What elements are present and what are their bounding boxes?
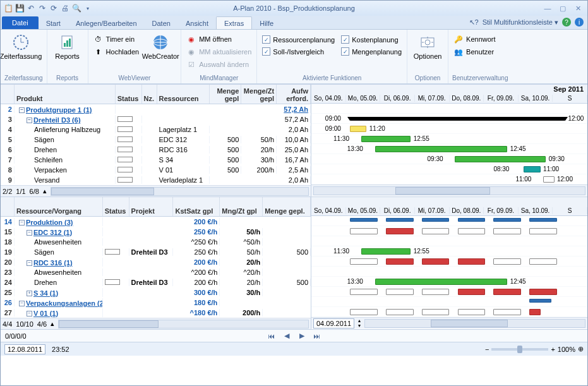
- table-row[interactable]: 23Abwesenheiten^200 €/h^20/h: [1, 267, 311, 277]
- redo-icon[interactable]: ↷: [37, 3, 47, 13]
- prev-button[interactable]: ◀: [281, 331, 292, 341]
- status-box[interactable]: [105, 279, 120, 285]
- hscroll[interactable]: [58, 320, 309, 329]
- next-button[interactable]: ▶: [296, 331, 308, 341]
- day-header: Di, 06.09.: [380, 207, 415, 214]
- table-row[interactable]: 8VerpackenV 01500200/h2,5 Ah: [1, 165, 311, 175]
- expand-icon[interactable]: −: [19, 220, 25, 226]
- status-box[interactable]: [105, 249, 120, 255]
- refresh-icon[interactable]: ⟳: [49, 3, 59, 13]
- table-row[interactable]: 20−RDC 316 (1)200 €/h20/h: [1, 257, 311, 267]
- status-box[interactable]: [117, 147, 133, 152]
- table-row[interactable]: 26−Verpackungsanlagen (2)180 €/h: [1, 298, 311, 308]
- expand-icon[interactable]: −: [27, 230, 32, 236]
- status-time: 23:52: [52, 346, 69, 353]
- day-header: So, 04.09.: [311, 95, 346, 102]
- status-box[interactable]: [117, 157, 133, 162]
- table-row[interactable]: 25+S 34 (1)300 €/h30/h: [1, 287, 311, 298]
- collapse-icon[interactable]: ▴: [51, 320, 54, 328]
- date-spinner[interactable]: ▴▾: [358, 318, 361, 329]
- zoom-in-button[interactable]: +: [551, 346, 555, 353]
- table-row[interactable]: 7SchleifenS 3450030/h16,7 Ah: [1, 155, 311, 165]
- zoom-label: 100%: [558, 346, 575, 353]
- hscroll[interactable]: [51, 187, 309, 196]
- sollist-check[interactable]: ✓Soll-/Istvergleich: [261, 47, 336, 56]
- pointer-help-icon[interactable]: ↖?: [469, 18, 479, 27]
- day-header: S: [553, 95, 587, 102]
- mengenplanung-check[interactable]: ✓Mengenplanung: [340, 47, 403, 56]
- table-row[interactable]: 3−Drehteil D3 (6)57,2 Ah: [1, 114, 311, 124]
- expand-icon[interactable]: +: [27, 291, 32, 296]
- group-label: Zeiterfassung: [4, 75, 43, 83]
- zoom-slider[interactable]: [491, 348, 548, 351]
- expand-icon[interactable]: −: [19, 107, 25, 113]
- tab-extras[interactable]: Extras: [216, 16, 252, 29]
- quick-access-toolbar: 📋 💾 ↶ ↷ ⟳ 🖨 🔍 ▾: [3, 3, 93, 13]
- table-row[interactable]: 19SägenDrehteil D3250 €/h50/h500: [1, 247, 311, 257]
- first-button[interactable]: ⏮: [266, 331, 277, 341]
- reports-button[interactable]: Reports: [51, 31, 84, 60]
- tab-hilfe[interactable]: Hilfe: [252, 17, 281, 29]
- zoom-reset-button[interactable]: ⊕: [578, 345, 584, 353]
- last-button[interactable]: ⏭: [311, 331, 323, 341]
- ribbon: Zeiterfassung Zeiterfassung Reports Repo…: [1, 30, 587, 84]
- optionen-button[interactable]: Optionen: [411, 31, 444, 60]
- collapse-icon[interactable]: ▴: [43, 187, 47, 195]
- maximize-button[interactable]: ▢: [556, 3, 570, 13]
- table-row[interactable]: 24DrehenDrehteil D3200 €/h20/h500: [1, 277, 311, 287]
- status-box[interactable]: [117, 136, 133, 142]
- tab-file[interactable]: Datei: [2, 16, 39, 29]
- kostenplanung-check[interactable]: ✓Kostenplanung: [340, 35, 403, 44]
- close-button[interactable]: ✕: [571, 3, 585, 13]
- table-row[interactable]: 27−V 01 (1)^180 €/h200/h: [1, 308, 311, 318]
- table-row[interactable]: 6DrehenRDC 31650020/h25,0 Ah: [1, 145, 311, 155]
- qat-more-icon[interactable]: ▾: [83, 3, 93, 13]
- kennwort-button[interactable]: 🔑Kennwort: [452, 33, 496, 45]
- status-date: 12.08.2011: [4, 344, 45, 354]
- expand-icon[interactable]: −: [27, 260, 32, 266]
- svg-rect-4: [64, 43, 66, 47]
- table-row[interactable]: 18Abwesenheiten^250 €/h^50/h: [1, 237, 311, 247]
- ressourcenplanung-check[interactable]: ✓Ressourcenplanung: [261, 35, 336, 44]
- tab-daten[interactable]: Daten: [145, 17, 178, 29]
- table-row[interactable]: 5SägenEDC 31250050/h10,0 Ah: [1, 135, 311, 145]
- table-row[interactable]: 4Anlieferung HalbzeugLagerplatz 12,0 Ah: [1, 124, 311, 135]
- gantt-hscroll[interactable]: [313, 186, 585, 195]
- pane-resources: Ressource/Vorgang Status Projekt KstSatz…: [1, 196, 587, 329]
- tab-anlegen[interactable]: Anlegen/Bearbeiten: [68, 17, 145, 29]
- status-box[interactable]: [117, 167, 133, 172]
- tab-start[interactable]: Start: [39, 17, 68, 29]
- help-icon[interactable]: ?: [562, 18, 571, 27]
- day-header: Mi, 07.09.: [415, 95, 450, 102]
- undo-icon[interactable]: ↶: [26, 3, 36, 13]
- save-icon[interactable]: 💾: [15, 3, 25, 13]
- app-icon: 📋: [3, 3, 13, 13]
- preview-icon[interactable]: 🔍: [71, 3, 81, 13]
- hochladen-button[interactable]: ⬆Hochladen: [92, 46, 141, 57]
- print-icon[interactable]: 🖨: [60, 3, 70, 13]
- timer-ein-button[interactable]: ⏱Timer ein: [92, 33, 141, 45]
- webcreator-button[interactable]: WebCreator: [144, 31, 177, 60]
- pane-products: Produkt Status Nz. Ressourcen Menge gepl…: [1, 84, 587, 196]
- table-row[interactable]: 2−Produktgruppe 1 (1)57,2 Ah: [1, 104, 311, 114]
- table-row[interactable]: 9VersandVerladeplatz 12,0 Ah: [1, 175, 311, 185]
- status-box[interactable]: [117, 116, 133, 122]
- mm-open-button[interactable]: ◉MM öffnen: [185, 33, 253, 45]
- nav-controls: 0/0/0/0 ⏮ ◀ ▶ ⏭: [1, 329, 587, 342]
- table-row[interactable]: 14−Produktion (3)200 €/h: [1, 217, 311, 227]
- expand-icon[interactable]: −: [19, 301, 25, 306]
- style-dropdown[interactable]: Stil Multifunktionsleiste ▾: [483, 18, 558, 27]
- date-input[interactable]: 04.09.2011: [313, 318, 354, 329]
- status-box[interactable]: [117, 126, 133, 132]
- zeiterfassung-button[interactable]: Zeiterfassung: [4, 31, 37, 60]
- status-box[interactable]: [117, 177, 133, 183]
- gantt-hscroll[interactable]: [364, 319, 585, 328]
- zoom-out-button[interactable]: −: [485, 346, 489, 353]
- expand-icon[interactable]: −: [27, 311, 32, 317]
- expand-icon[interactable]: −: [27, 118, 32, 123]
- tab-ansicht[interactable]: Ansicht: [178, 17, 216, 29]
- table-row[interactable]: 15−EDC 312 (1)250 €/h50/h: [1, 227, 311, 237]
- info-icon[interactable]: i: [575, 18, 584, 27]
- minimize-button[interactable]: —: [541, 3, 555, 13]
- benutzer-button[interactable]: 👥Benutzer: [452, 46, 496, 57]
